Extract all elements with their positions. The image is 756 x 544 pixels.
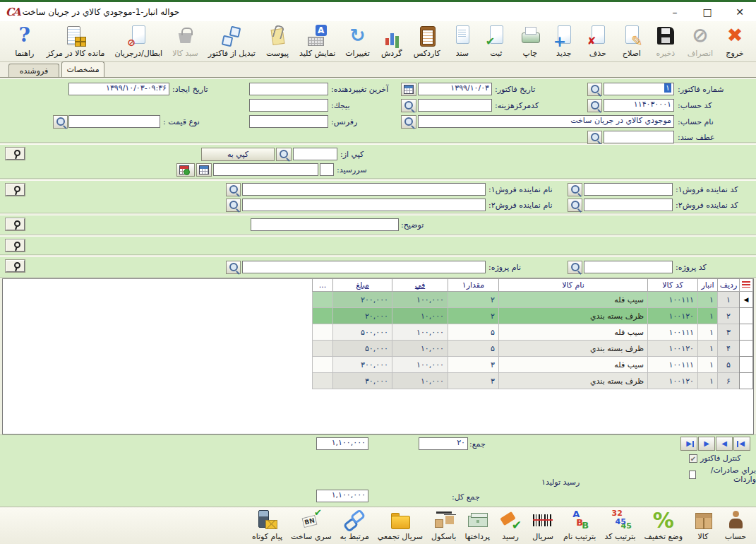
grid-row[interactable]: ۵۱۱۰۰۱۱۱سيب فله۳۱۰۰,۰۰۰۳۰۰,۰۰۰ — [313, 357, 753, 373]
toolbar-button-scale[interactable]: باسكول — [427, 509, 460, 541]
account-code-search-button[interactable] — [587, 99, 602, 112]
grid-row[interactable]: ◀۱۱۱۰۰۱۱۱سيب فله۲۱۰۰,۰۰۰۲۰۰,۰۰۰ — [313, 292, 753, 308]
grid-cell-name[interactable]: سيب فله — [499, 324, 648, 341]
toolbar-button-register[interactable]: ثبت — [479, 23, 513, 59]
grid-row[interactable]: ۲۱۱۰۰۱۲۰ظرف بسته بندي۲۱۰,۰۰۰۲۰,۰۰۰ — [313, 308, 753, 324]
grid-cell-row[interactable]: ۲ — [718, 308, 740, 324]
price-type-search-button[interactable] — [53, 115, 68, 129]
grid-cell-code[interactable]: ۱۰۰۱۲۰ — [648, 341, 698, 357]
invoice-date-input[interactable]: ۱۳۹۹/۱۰/۰۳ — [418, 83, 492, 95]
grid-row[interactable]: ۳۱۱۰۰۱۱۱سيب فله۵۱۰۰,۰۰۰۵۰۰,۰۰۰ — [313, 324, 753, 341]
toolbar-button-keyboard[interactable]: نمايش كليد — [294, 23, 340, 59]
invoice-no-input[interactable]: ۱ — [604, 83, 674, 95]
grid-cell-fee[interactable]: ۱۰,۰۰۰ — [392, 308, 448, 324]
grid-cell-more[interactable] — [313, 324, 333, 341]
invoice-no-search-button[interactable] — [587, 83, 602, 96]
last-modifier-input[interactable] — [249, 83, 328, 95]
grid-cell-fee[interactable]: ۱۰۰,۰۰۰ — [392, 357, 448, 373]
grid-cell-amount[interactable]: ۲۰۰,۰۰۰ — [333, 292, 392, 308]
nav-first-button[interactable]: ◀ — [733, 437, 750, 451]
toolbar-button-sms[interactable]: پيام كوتاه — [248, 509, 287, 541]
invoice-date-calendar-button[interactable] — [401, 83, 416, 96]
row-selector[interactable] — [740, 373, 753, 389]
rep2-code-search-button[interactable] — [568, 199, 582, 212]
toolbar-button-delete[interactable]: حذف — [581, 23, 615, 59]
grid-column-header-more[interactable]: ... — [313, 279, 333, 292]
copy-to-button[interactable]: كپي به — [201, 148, 275, 161]
grid-cell-more[interactable] — [313, 308, 333, 324]
nav-next-button[interactable]: ▶ — [698, 437, 715, 451]
toolbar-button-circulation[interactable]: گردش — [375, 23, 409, 59]
items-table[interactable]: رديفانباركد كالانام كالامقدار۱فيمبلغ...◀… — [312, 279, 753, 389]
toolbar-button-help[interactable]: راهنما — [8, 23, 42, 59]
grid-cell-fee[interactable]: ۱۰۰,۰۰۰ — [392, 324, 448, 341]
control-invoice-option[interactable]: ✔ كنترل فاكتور — [689, 454, 741, 463]
grid-cell-qty[interactable]: ۳ — [448, 357, 499, 373]
toolbar-button-void[interactable]: ابطال/درجريان — [109, 23, 167, 59]
row-selector[interactable] — [740, 357, 753, 373]
grid-cell-code[interactable]: ۱۰۰۱۲۰ — [648, 373, 698, 389]
toolbar-button-edit[interactable]: اصلاح — [615, 23, 649, 59]
pin-button[interactable] — [6, 148, 25, 160]
toolbar-button-receipt[interactable]: رسيد — [494, 509, 527, 541]
project-code-input[interactable] — [584, 261, 673, 273]
toolbar-button-payments[interactable]: پرداختها — [460, 509, 494, 541]
current-row-marker[interactable]: ◀ — [740, 292, 753, 308]
doc-ref-input[interactable] — [604, 131, 674, 143]
close-button[interactable]: ✕ — [724, 4, 756, 20]
tab-details[interactable]: مشخصات — [61, 61, 104, 77]
grid-column-header-fee[interactable]: في — [392, 279, 448, 292]
maximize-button[interactable]: □ — [691, 4, 724, 20]
grid-cell-anbar[interactable]: ۱ — [698, 341, 718, 357]
grid-cell-anbar[interactable]: ۱ — [698, 373, 718, 389]
toolbar-button-kardex[interactable]: كاردكس — [409, 23, 445, 59]
grid-cell-amount[interactable]: ۵۰,۰۰۰ — [333, 341, 392, 357]
toolbar-button-discount[interactable]: وضع تخفيف — [640, 509, 687, 541]
copy-from-input[interactable] — [293, 148, 337, 160]
grid-cell-more[interactable] — [313, 373, 333, 389]
row-selector[interactable] — [740, 324, 753, 341]
description-input[interactable] — [251, 218, 399, 231]
grid-cell-anbar[interactable]: ۱ — [698, 292, 718, 308]
toolbar-button-goods[interactable]: كالا — [687, 509, 719, 541]
reference-input[interactable] — [249, 115, 328, 128]
account-name-input[interactable]: موجودي كالاي در جريان ساخت — [418, 115, 674, 128]
account-name-search-button[interactable] — [401, 115, 416, 129]
toolbar-button-attachment[interactable]: پيوست — [260, 23, 294, 59]
grid-cell-anbar[interactable]: ۱ — [698, 357, 718, 373]
grid-column-header-code[interactable]: كد كالا — [648, 279, 698, 292]
bijak-input[interactable] — [249, 99, 328, 112]
due-date-datepicker-button[interactable] — [176, 163, 195, 177]
toolbar-button-document[interactable]: سند — [445, 23, 479, 59]
toolbar-button-print[interactable]: چاپ — [513, 23, 547, 59]
project-code-search-button[interactable] — [568, 261, 582, 274]
rep1-code-search-button[interactable] — [568, 183, 582, 196]
toolbar-button-changes[interactable]: تغييرات — [340, 23, 375, 59]
toolbar-button-serial[interactable]: سريال — [527, 509, 559, 541]
export-import-option[interactable]: براي صادرات/ واردات — [689, 466, 756, 484]
toolbar-button-linked[interactable]: مرتبط به — [336, 509, 373, 541]
grid-cell-code[interactable]: ۱۰۰۱۲۰ — [648, 308, 698, 324]
grid-cell-anbar[interactable]: ۱ — [698, 308, 718, 324]
grid-cell-row[interactable]: ۶ — [718, 373, 740, 389]
grid-cell-qty[interactable]: ۲ — [448, 292, 499, 308]
grid-row[interactable]: ۴۱۱۰۰۱۲۰ظرف بسته بندي۵۱۰,۰۰۰۵۰,۰۰۰ — [313, 341, 753, 357]
due-date-small-input[interactable] — [320, 163, 334, 176]
grid-cell-name[interactable]: ظرف بسته بندي — [499, 308, 648, 324]
rep2-name-search-button[interactable] — [226, 199, 241, 212]
grid-cell-more[interactable] — [313, 341, 333, 357]
control-invoice-checkbox[interactable]: ✔ — [689, 454, 697, 463]
grid-column-header-qty[interactable]: مقدار۱ — [448, 279, 499, 292]
grid-cell-qty[interactable]: ۲ — [448, 308, 499, 324]
grid-column-header-name[interactable]: نام كالا — [499, 279, 648, 292]
grid-cell-more[interactable] — [313, 357, 333, 373]
grid-cell-row[interactable]: ۴ — [718, 341, 740, 357]
toolbar-button-serial-batch[interactable]: سريال تجمعي — [373, 509, 427, 541]
pin-button[interactable] — [6, 240, 25, 252]
grid-cell-qty[interactable]: ۵ — [448, 341, 499, 357]
grid-cell-amount[interactable]: ۲۰,۰۰۰ — [333, 308, 392, 324]
grid-cell-code[interactable]: ۱۰۰۱۱۱ — [648, 357, 698, 373]
project-name-input[interactable] — [242, 261, 486, 273]
grid-cell-code[interactable]: ۱۰۰۱۱۱ — [648, 292, 698, 308]
nav-last-button[interactable]: ▶ — [680, 437, 697, 451]
